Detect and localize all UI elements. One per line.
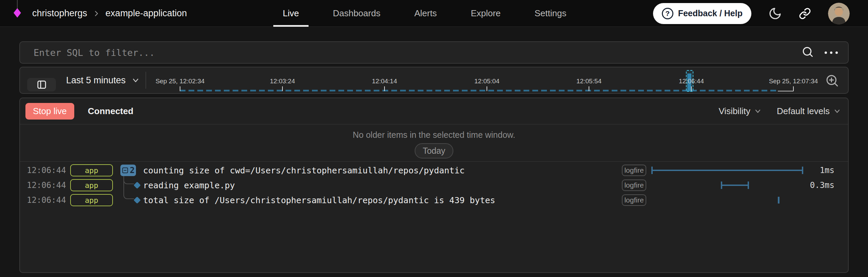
child-count: 2 <box>130 166 135 175</box>
timeline-tick-mark <box>793 86 794 91</box>
breadcrumb-project[interactable]: example-application <box>105 8 187 19</box>
log-row[interactable]: 12:06:44 app reading example.py logfire … <box>20 178 848 193</box>
tab-dashboards[interactable]: Dashboards <box>333 0 380 27</box>
row-duration: 0.3ms <box>810 180 834 190</box>
chevron-down-icon <box>833 107 841 115</box>
minus-square-icon <box>122 167 129 174</box>
stop-live-button[interactable]: Stop live <box>25 103 74 120</box>
tab-alerts[interactable]: Alerts <box>414 0 437 27</box>
timeline-tick-mark <box>180 86 180 91</box>
dark-mode-moon-icon[interactable] <box>768 7 782 20</box>
span-diamond-icon <box>134 196 141 204</box>
logo-string <box>17 0 18 9</box>
live-controls: Visibility Default levels <box>718 98 841 124</box>
connection-status: Connected <box>88 98 133 124</box>
row-message: total size of /Users/christophersamiulla… <box>143 195 495 205</box>
service-badge[interactable]: app <box>70 194 113 206</box>
empty-state: No older items in the selected time wind… <box>20 125 848 162</box>
visibility-dropdown[interactable]: Visibility <box>718 106 762 116</box>
question-circle-icon: ? <box>662 8 673 19</box>
timeline-tick-mark <box>282 86 283 91</box>
main-nav: Live Dashboards Alerts Explore Settings <box>283 0 566 27</box>
service-badge[interactable]: app <box>70 164 113 176</box>
top-right-controls: ? Feedback / Help <box>653 0 850 27</box>
timeline-tick-label: 12:06:44 <box>679 78 704 85</box>
timeline-tick-label: 12:03:24 <box>270 78 295 85</box>
share-link-icon[interactable] <box>799 7 811 20</box>
live-header-bar: Stop live Connected Visibility Default l… <box>20 98 848 125</box>
today-button[interactable]: Today <box>415 143 454 158</box>
row-message: reading example.py <box>143 180 235 190</box>
tab-explore[interactable]: Explore <box>471 0 500 27</box>
live-view-panel: Stop live Connected Visibility Default l… <box>19 98 849 273</box>
row-timestamp: 12:06:44 <box>27 180 66 190</box>
timeline-baseline-tail <box>778 91 793 91</box>
span-duration-bar <box>651 167 803 174</box>
search-icon[interactable] <box>802 46 814 59</box>
timeline-tick-label: Sep 25, 12:02:34 <box>156 78 205 85</box>
default-levels-dropdown[interactable]: Default levels <box>777 106 841 116</box>
log-row[interactable]: 12:06:44 app total size of /Users/christ… <box>20 193 848 208</box>
timeline-tick-label: 12:04:14 <box>372 78 397 85</box>
row-duration: 1ms <box>820 166 834 175</box>
tag-badge[interactable]: logfire <box>622 194 646 206</box>
timeline-tick-label: Sep 25, 12:07:34 <box>769 78 818 85</box>
feedback-help-button[interactable]: ? Feedback / Help <box>653 3 751 24</box>
collapse-expander-button[interactable]: 2 <box>120 165 136 176</box>
timeline-tick-label: 12:05:04 <box>474 78 499 85</box>
chevron-down-icon <box>754 107 762 115</box>
tab-settings[interactable]: Settings <box>535 0 567 27</box>
user-avatar[interactable] <box>828 3 850 24</box>
timeline-tick-mark <box>589 86 589 91</box>
tag-badge[interactable]: logfire <box>622 179 646 191</box>
timeline-tick-mark <box>691 86 692 91</box>
tag-badge[interactable]: logfire <box>622 165 646 176</box>
timeline-tick-label: 12:05:54 <box>576 78 601 85</box>
row-timestamp: 12:06:44 <box>27 195 66 205</box>
feedback-help-label: Feedback / Help <box>678 8 743 18</box>
zoom-in-icon[interactable] <box>825 73 839 89</box>
span-diamond-icon <box>134 182 141 189</box>
timeline-tick-mark <box>487 86 487 91</box>
sql-filter-icons <box>802 46 848 59</box>
row-timestamp: 12:06:44 <box>27 166 66 175</box>
span-duration-bar <box>721 182 749 189</box>
timeline-panel: Last 5 minutes Sep 25, 12:02:34 12:03:24… <box>19 67 849 94</box>
breadcrumb-org[interactable]: christophergs <box>32 8 87 19</box>
top-bar: christophergs example-application Live D… <box>0 0 868 27</box>
chevron-right-icon <box>93 10 100 17</box>
sql-filter-panel <box>19 41 849 64</box>
log-row[interactable]: 12:06:44 app 2 counting size of cwd=/Use… <box>20 163 848 178</box>
logfire-logo-icon[interactable] <box>14 8 21 18</box>
empty-state-message: No older items in the selected time wind… <box>20 125 848 140</box>
timeline-tick-mark <box>384 86 385 91</box>
tab-live[interactable]: Live <box>283 0 299 27</box>
sql-filter-input[interactable] <box>20 42 802 63</box>
log-rows: 12:06:44 app 2 counting size of cwd=/Use… <box>20 162 848 208</box>
more-options-icon[interactable] <box>825 51 838 54</box>
row-message: counting size of cwd=/Users/christophers… <box>143 166 465 175</box>
breadcrumb: christophergs example-application <box>32 0 187 27</box>
span-duration-bar <box>778 196 780 204</box>
service-badge[interactable]: app <box>70 179 113 191</box>
timeline-track[interactable]: Sep 25, 12:02:34 12:03:24 12:04:14 12:05… <box>20 67 848 93</box>
